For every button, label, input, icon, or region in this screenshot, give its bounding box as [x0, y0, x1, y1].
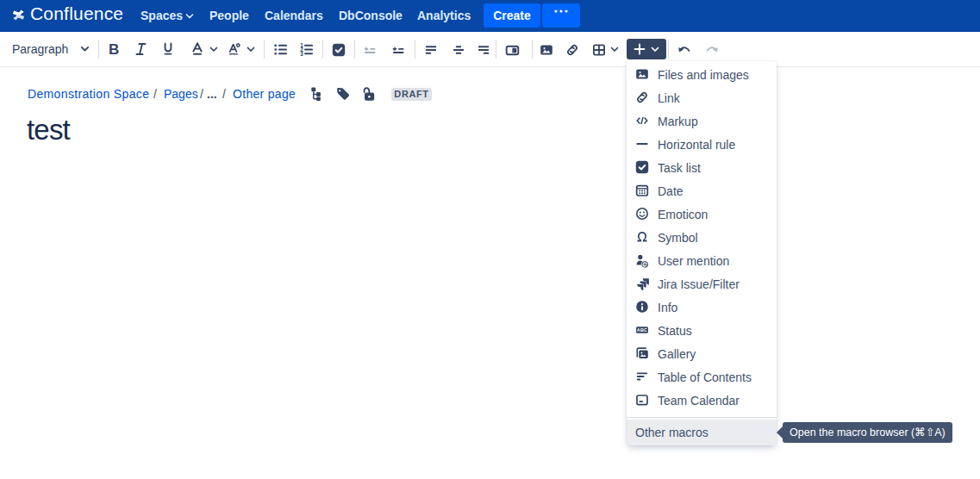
svg-text:ABC: ABC	[637, 327, 647, 333]
svg-text:3: 3	[300, 51, 303, 57]
